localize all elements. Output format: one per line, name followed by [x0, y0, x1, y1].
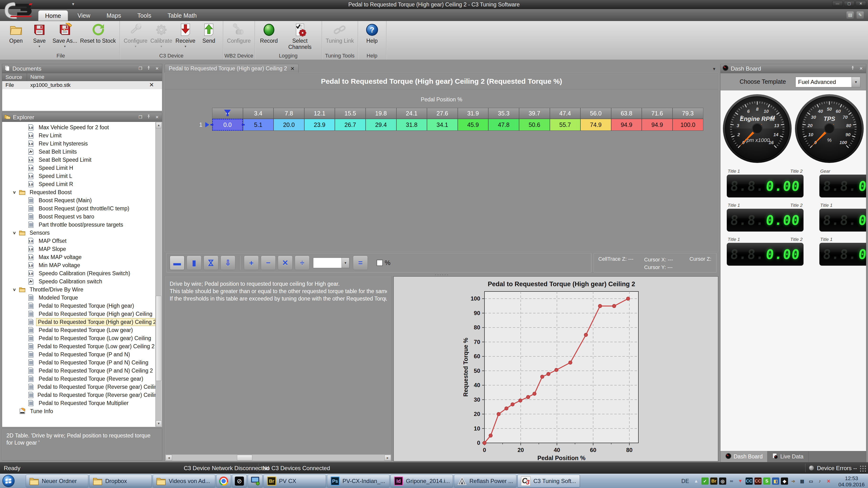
documents-col-source[interactable]: Source	[2, 73, 27, 81]
column-header-47.4[interactable]: 47.4	[550, 108, 581, 119]
taskbar-button-black-app[interactable]: ⊘	[232, 475, 247, 488]
tree-item-pedal-to-requested-torque-p-and-n-ceiling-2[interactable]: Pedal to Requested Torque (P and N) Ceil…	[2, 367, 155, 375]
close-panel-icon[interactable]: ✕	[154, 66, 160, 72]
table-cell[interactable]: 94.9	[642, 119, 673, 131]
multiply-button[interactable]: ✕	[278, 256, 292, 270]
open-button[interactable]: Open	[4, 22, 28, 44]
taskbar-button-chrome[interactable]	[216, 475, 231, 488]
tray-icon-14[interactable]: ▭	[807, 478, 814, 485]
equals-button[interactable]: =	[353, 256, 368, 270]
column-header-12.1[interactable]: 12.1	[304, 108, 335, 119]
restore-icon[interactable]: ❐	[137, 66, 144, 72]
close-tab-icon[interactable]: ✕	[290, 66, 295, 71]
table-cell[interactable]: 45.9	[458, 119, 489, 131]
column-header-39.7[interactable]: 39.7	[519, 108, 550, 119]
tree-item-boost-request-post-throttle-ic-temp[interactable]: Boost Request (post throttle/IC temp)	[2, 204, 155, 213]
table-cell[interactable]: 23.9	[304, 119, 335, 131]
scrollbar-thumb[interactable]	[156, 296, 162, 381]
tree-item-map-offset[interactable]: 1.0MAP Offset	[2, 237, 155, 245]
tree-item-max-map-voltage[interactable]: 1.0Max MAP voltage	[2, 253, 155, 261]
scroll-down-icon[interactable]: ▼	[156, 421, 162, 427]
menu-tab-table-math[interactable]: Table Math	[161, 10, 203, 21]
table-cell[interactable]: 20.0	[274, 119, 304, 131]
tray-icon-3[interactable]: Br	[710, 478, 717, 485]
explorer-scrollbar[interactable]: ▲ ▼	[155, 122, 162, 427]
description-hscrollbar[interactable]: ◄ ►	[165, 454, 391, 461]
expand-arrow-icon[interactable]: v	[13, 190, 19, 195]
taskbar-button-dropbox[interactable]: Dropbox	[89, 475, 152, 488]
taskbar-button-c3-tuning-soft[interactable]: C3C3 Tuning Soft...	[518, 475, 580, 488]
language-indicator[interactable]: DE	[681, 478, 689, 484]
tree-item-boost-request-vs-baro[interactable]: Boost Request vs baro	[2, 213, 155, 221]
horizontal-splitter[interactable]	[165, 273, 718, 276]
tree-item-pedal-to-requested-torque-low-gear[interactable]: Pedal to Requested Torque (Low gear)	[2, 326, 155, 334]
tree-item-speed-limit-h[interactable]: 1.0Speed Limit H	[2, 164, 155, 172]
tree-item-rev-limit[interactable]: 1.0Rev Limit	[2, 131, 155, 139]
dropdown-arrow-icon[interactable]: ▾	[160, 44, 162, 48]
column-header-7.8[interactable]: 7.8	[274, 108, 304, 119]
hscrollbar-thumb[interactable]	[237, 455, 252, 461]
row-header[interactable]: 1	[182, 119, 212, 131]
tree-item-pedal-to-requested-torque-reverse-gear[interactable]: Pedal to Requested Torque (Reverse gear)	[2, 375, 155, 383]
tree-item-tune-info[interactable]: Tune Info	[2, 407, 155, 415]
digital-display-4[interactable]: Title 1Title 28.8.0.00	[819, 203, 866, 232]
taskbar-button-reflash-power[interactable]: Reflash Power ...	[454, 475, 517, 488]
table-cell[interactable]: 74.9	[581, 119, 611, 131]
digital-display-5[interactable]: Title 1Title 28.8.0.00	[727, 237, 804, 266]
value-combobox[interactable]: ▼	[313, 258, 349, 268]
dropdown-arrow-icon[interactable]: ▾	[134, 44, 136, 48]
template-select[interactable]: Fuel Advanced ▼	[796, 77, 860, 87]
tree-item-speedo-calibration-requires-switch[interactable]: 1.0Speedo Calibration (Requires Switch)	[2, 269, 155, 278]
help-button[interactable]: ?Help	[360, 22, 384, 44]
column-header-24.1[interactable]: 24.1	[396, 108, 427, 119]
table-cell[interactable]: 94.9	[611, 119, 642, 131]
document-row[interactable]: File xp1000_turbo.stk ✕	[2, 81, 162, 89]
table-cell[interactable]: 34.1	[427, 119, 458, 131]
column-header-63.8[interactable]: 63.8	[611, 108, 642, 119]
close-panel-icon[interactable]: ✕	[154, 114, 160, 121]
taskbar-button-remote-pc[interactable]	[248, 475, 262, 488]
tree-item-pedal-to-requested-torque-multiplier[interactable]: Pedal to Requested Torque Multiplier	[2, 399, 155, 407]
digital-display-3[interactable]: Title 1Title 28.8.0.00	[727, 203, 804, 232]
dashboard-tab-dash-board[interactable]: Dash Board	[720, 451, 768, 462]
tree-item-speedo-calibration-switch[interactable]: Speedo Calibration switch	[2, 278, 155, 286]
column-header-35.3[interactable]: 35.3	[488, 108, 519, 119]
tray-icon-1[interactable]: ▲	[692, 478, 700, 485]
menu-tab-maps[interactable]: Maps	[100, 10, 128, 21]
tree-item-modeled-torque[interactable]: Modeled Torque	[2, 294, 155, 302]
tree-item-pedal-to-requested-torque-low-gear-ceiling-2[interactable]: Pedal to Requested Torque (Low gear) Cei…	[2, 342, 155, 350]
tree-item-pedal-to-requested-torque-low-gear-ceiling[interactable]: Pedal to Requested Torque (Low gear) Cei…	[2, 334, 155, 342]
digital-display-2[interactable]: Gear8.8.0.00	[819, 169, 866, 197]
table-cell[interactable]: 5.1	[243, 119, 274, 131]
tray-icon-10[interactable]: ◧	[772, 478, 779, 485]
chevron-down-icon[interactable]: ▼	[851, 77, 860, 87]
tray-icon-16[interactable]: ✕	[825, 478, 832, 485]
tree-item-max-vehicle-speed-for-2-foot[interactable]: 1.0Max Vehicle Speed for 2 foot	[2, 123, 155, 131]
dropdown-arrow-icon[interactable]: ▾	[64, 44, 66, 48]
tree-item-boost-request-main[interactable]: Boost Request (Main)	[2, 196, 155, 204]
tray-icon-6[interactable]: ▼	[737, 478, 744, 485]
tree-item-pedal-to-requested-torque-reverse-gear-ceiling-2[interactable]: Pedal to Requested Torque (Reverse gear)…	[2, 391, 155, 399]
close-panel-icon[interactable]: ✕	[858, 66, 864, 72]
tree-item-requested-boost[interactable]: vRequested Boost	[2, 188, 155, 196]
menu-tab-view[interactable]: View	[71, 10, 97, 21]
tree-item-seat-belt-speed-limit[interactable]: 1.0Seat Belt Speed Limit	[2, 156, 155, 164]
tree-item-pedal-to-requested-torque-p-and-n-ceiling[interactable]: Pedal to Requested Torque (P and N) Ceil…	[2, 358, 155, 367]
tray-icon-8[interactable]: CC	[754, 478, 762, 485]
table-cell[interactable]: 47.8	[488, 119, 519, 131]
pin-icon[interactable]	[146, 114, 152, 121]
divide-button[interactable]: ÷	[295, 256, 310, 270]
tree-item-pedal-to-requested-torque-reverse-gear-ceiling[interactable]: Pedal to Requested Torque (Reverse gear)…	[2, 383, 155, 391]
scroll-left-icon[interactable]: ◄	[166, 455, 172, 461]
taskbar-button-pv-cx-indian[interactable]: PsPV-CX-Indian_...	[327, 475, 390, 488]
pin-icon[interactable]	[849, 66, 856, 72]
tray-icon-11[interactable]: ◆	[781, 478, 788, 485]
tree-item-throttle-drive-by-wire[interactable]: vThrottle/Drive By Wire	[2, 286, 155, 294]
documents-col-name[interactable]: Name	[27, 74, 162, 80]
layout-icon[interactable]: ▤	[846, 11, 854, 19]
column-mode-button[interactable]: ▮	[187, 256, 202, 270]
table-cell[interactable]: 50.6	[519, 119, 550, 131]
pin-icon[interactable]	[146, 66, 152, 72]
column-header-3.4[interactable]: 3.4	[243, 108, 274, 119]
document-tab[interactable]: Pedal to Requested Torque (High gear) Ce…	[165, 64, 299, 73]
